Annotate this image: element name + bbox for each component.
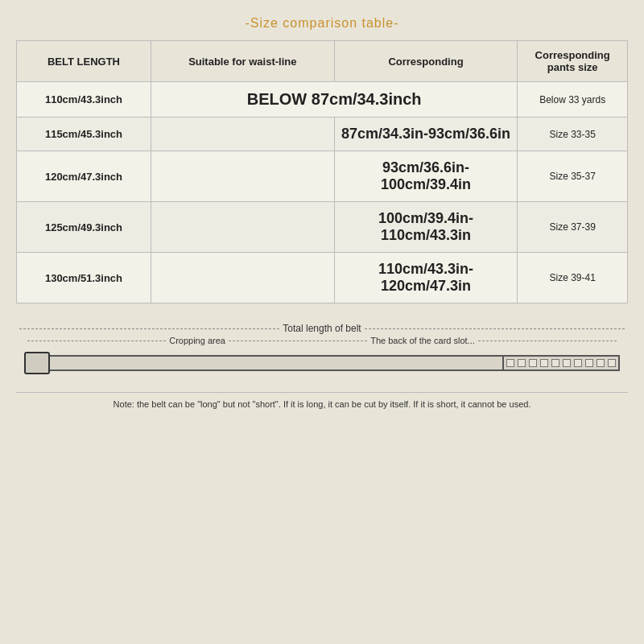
table-row-belt-2: 120cm/47.3inch xyxy=(17,151,151,202)
table-row-pants-0: Below 33 yards xyxy=(518,82,628,118)
table-row-waist-2 xyxy=(151,151,334,202)
total-length-dashed-left xyxy=(19,328,279,329)
table-row-belt-0: 110cm/43.3inch xyxy=(17,82,151,118)
header-belt-length: BELT LENGTH xyxy=(17,41,151,82)
belt-diagram: Total length of belt Cropping area The b… xyxy=(16,316,628,384)
cropping-dashed-middle xyxy=(229,341,367,341)
table-row-pants-3: Size 37-39 xyxy=(518,202,628,253)
table-row-waist-0: BELOW 87cm/34.3inch xyxy=(151,82,517,118)
belt-hole-8 xyxy=(597,359,605,367)
cropping-dashed-right xyxy=(478,341,617,341)
table-row-waist-3 xyxy=(151,202,334,253)
table-row-belt-3: 125cm/49.3inch xyxy=(17,202,151,253)
backslot-label: The back of the card slot... xyxy=(370,336,475,345)
table-row-waist-4 xyxy=(151,253,334,303)
belt-hole-1 xyxy=(518,359,526,367)
note-section: Note: the belt can be "long" but not "sh… xyxy=(16,392,628,415)
table-row-pants-2: Size 35-37 xyxy=(518,151,628,202)
table-row-corresponding-1: 87cm/34.3in-93cm/36.6in xyxy=(334,118,518,151)
table-row-pants-1: Size 33-35 xyxy=(518,118,628,151)
belt-hole-5 xyxy=(563,359,571,367)
table-row-belt-1: 115cm/45.3inch xyxy=(17,118,151,151)
belt-hole-3 xyxy=(540,359,548,367)
belt-hole-2 xyxy=(529,359,537,367)
table-row-corresponding-3: 100cm/39.4in-110cm/43.3in xyxy=(334,202,518,253)
header-pants: Corresponding pants size xyxy=(518,41,628,82)
total-length-dashed-right xyxy=(365,328,625,329)
belt-strap xyxy=(50,355,504,371)
table-row-corresponding-2: 93cm/36.6in-100cm/39.4in xyxy=(334,151,518,202)
page-title: -Size comparison table- xyxy=(245,16,398,31)
table-row-pants-4: Size 39-41 xyxy=(518,253,628,303)
total-length-label: Total length of belt xyxy=(283,323,361,334)
belt-hole-6 xyxy=(574,359,582,367)
belt-hole-0 xyxy=(506,359,514,367)
cropping-label: Cropping area xyxy=(169,336,225,345)
belt-hole-9 xyxy=(608,359,616,367)
belt-visual xyxy=(16,349,628,378)
belt-buckle xyxy=(24,352,50,374)
belt-holes xyxy=(504,355,620,371)
table-row-waist-1 xyxy=(151,118,334,151)
cropping-dashed-left xyxy=(27,341,166,341)
belt-hole-4 xyxy=(551,359,559,367)
size-comparison-table: BELT LENGTH Suitable for waist-line Corr… xyxy=(16,40,628,303)
table-row-corresponding-4: 110cm/43.3in-120cm/47.3in xyxy=(334,253,518,303)
header-corresponding: Corresponding xyxy=(334,41,518,82)
table-row-belt-4: 130cm/51.3inch xyxy=(17,253,151,303)
belt-hole-7 xyxy=(585,359,593,367)
header-waist: Suitable for waist-line xyxy=(151,41,334,82)
